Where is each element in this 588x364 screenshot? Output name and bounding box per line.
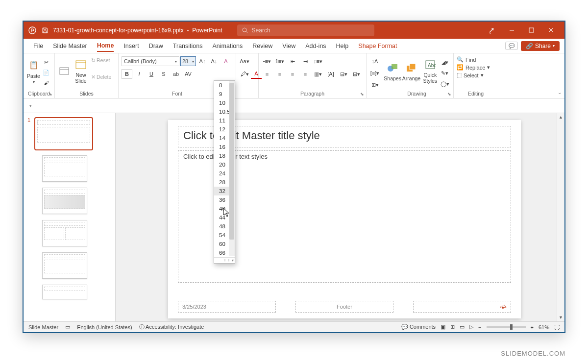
delete-button[interactable]: ✕ Delete: [91, 74, 111, 80]
copy-icon[interactable]: 📄: [41, 68, 51, 77]
vertical-scrollbar[interactable]: ▲ ▼: [557, 113, 564, 321]
dropdown-scroll-thumb[interactable]: [229, 83, 234, 240]
tab-shape-format[interactable]: Shape Format: [358, 41, 397, 51]
justify-icon[interactable]: ≡: [300, 69, 311, 79]
save-icon[interactable]: [40, 25, 50, 35]
align-left-icon[interactable]: ≡: [262, 69, 272, 79]
status-accessibility[interactable]: ⓘ Accessibility: Investigate: [139, 323, 204, 331]
tab-file[interactable]: File: [33, 41, 43, 51]
strikethrough-button[interactable]: S: [158, 69, 169, 79]
tab-help[interactable]: Help: [336, 41, 349, 51]
smartart-icon[interactable]: ⊞▾: [351, 69, 362, 79]
tab-transitions[interactable]: Transitions: [173, 41, 203, 51]
bold-button[interactable]: B: [122, 69, 132, 79]
italic-button[interactable]: I: [134, 69, 145, 79]
numbering-icon[interactable]: 1≡▾: [274, 56, 285, 66]
line-spacing-icon[interactable]: ↕≡▾: [313, 56, 323, 66]
quick-styles-button[interactable]: AbcQuick Styles: [421, 56, 440, 86]
comments-button[interactable]: 💬 Comments: [401, 324, 436, 330]
find-button[interactable]: 🔍Find: [457, 56, 476, 63]
paragraph-launcher[interactable]: ⬊: [360, 92, 364, 97]
search-box[interactable]: Search: [237, 24, 374, 36]
format-painter-icon[interactable]: 🖌: [41, 78, 51, 88]
change-case-icon[interactable]: Aa▾: [239, 56, 250, 66]
char-spacing-button[interactable]: AV: [183, 69, 194, 79]
font-size-combo[interactable]: 28▾: [180, 56, 196, 66]
master-thumbnail[interactable]: [34, 117, 93, 150]
paste-button[interactable]: 📋 Paste▾: [26, 56, 41, 86]
minimize-button[interactable]: [502, 23, 521, 38]
text-direction2-icon[interactable]: ↕A: [369, 56, 380, 66]
tab-review[interactable]: Review: [252, 41, 272, 51]
view-reading-icon[interactable]: ▭: [460, 324, 465, 330]
shape-effects-icon[interactable]: ◯▾: [440, 79, 450, 89]
layout-button[interactable]: [58, 56, 71, 86]
shape-outline-icon[interactable]: ✎▾: [440, 68, 450, 78]
scroll-down-icon[interactable]: ▼: [557, 314, 564, 321]
layout-thumbnail[interactable]: [42, 155, 87, 182]
underline-button[interactable]: U: [146, 69, 157, 79]
zoom-in-button[interactable]: +: [531, 324, 534, 330]
view-slideshow-icon[interactable]: ▷: [469, 324, 473, 330]
tab-addins[interactable]: Add-ins: [305, 41, 326, 51]
zoom-slider[interactable]: [487, 326, 526, 328]
close-button[interactable]: [541, 23, 561, 38]
bullets-icon[interactable]: •≡▾: [262, 56, 272, 66]
tab-home[interactable]: Home: [97, 40, 114, 52]
align-vert-icon[interactable]: [≡]▾: [369, 68, 380, 78]
thumbnail-panel[interactable]: 1: [24, 113, 116, 321]
zoom-out-button[interactable]: −: [478, 324, 481, 330]
arrange-button[interactable]: Arrange: [402, 56, 420, 86]
shape-fill-icon[interactable]: ◢▾: [440, 57, 450, 67]
cut-icon[interactable]: ✂: [41, 57, 51, 67]
dropdown-resize-icon[interactable]: ⋮⋮ ▾: [214, 257, 235, 263]
font-name-combo[interactable]: Calibri (Body)▾: [122, 56, 179, 66]
clear-format-icon[interactable]: A: [220, 56, 231, 66]
tab-draw[interactable]: Draw: [149, 41, 163, 51]
fit-window-icon[interactable]: ⛶: [554, 324, 560, 330]
text-direction-icon[interactable]: [A]: [325, 69, 336, 79]
shapes-button[interactable]: Shapes: [383, 56, 402, 86]
layout-thumbnail[interactable]: [42, 285, 87, 299]
qat-customize-icon[interactable]: ▾: [29, 103, 32, 108]
decrease-font-icon[interactable]: A↓: [209, 56, 220, 66]
date-placeholder[interactable]: 3/25/2023: [178, 301, 276, 313]
share-button[interactable]: 🔗 Share ▾: [521, 41, 560, 51]
align-right-icon[interactable]: ≡: [287, 69, 298, 79]
status-language[interactable]: English (United States): [77, 324, 132, 330]
maximize-button[interactable]: [521, 23, 541, 38]
zoom-level[interactable]: 61%: [539, 324, 549, 330]
highlight-icon[interactable]: 🖍▾: [239, 69, 250, 79]
align-text-icon[interactable]: ⊟▾: [338, 69, 349, 79]
new-slide-button[interactable]: New Slide: [71, 56, 91, 86]
layout-thumbnail[interactable]: [42, 188, 87, 214]
coming-soon-icon[interactable]: [482, 23, 502, 38]
increase-font-icon[interactable]: A↑: [197, 56, 208, 66]
columns-icon[interactable]: ▥▾: [313, 69, 323, 79]
reset-button[interactable]: ↻ Reset: [91, 57, 111, 63]
tab-animations[interactable]: Animations: [212, 41, 243, 51]
status-notes-icon[interactable]: ▭: [65, 324, 70, 330]
replace-button[interactable]: 🔁Replace ▾: [457, 64, 490, 71]
view-sorter-icon[interactable]: ⊞: [450, 324, 455, 330]
drawing-launcher[interactable]: ⬊: [447, 92, 451, 97]
comments-icon[interactable]: 💬: [505, 42, 518, 50]
view-normal-icon[interactable]: ▣: [441, 324, 445, 330]
tab-view[interactable]: View: [282, 41, 295, 51]
layout-thumbnail[interactable]: [42, 220, 87, 246]
clipboard-launcher[interactable]: ⬊: [49, 92, 52, 97]
convert-icon[interactable]: ⊞▾: [369, 80, 380, 90]
increase-indent-icon[interactable]: ⇥: [300, 56, 311, 66]
shadow-button[interactable]: ab: [171, 69, 181, 79]
scroll-up-icon[interactable]: ▲: [557, 113, 564, 121]
collapse-ribbon-icon[interactable]: ⌄: [558, 90, 562, 95]
tab-slide-master[interactable]: Slide Master: [53, 41, 87, 51]
tab-insert[interactable]: Insert: [123, 41, 139, 51]
select-button[interactable]: ⬚Select ▾: [457, 72, 484, 78]
font-size-dropdown[interactable]: 8 9 10 10.5 11 12 14 16 18 20 24 28 32 3…: [214, 80, 235, 264]
align-center-icon[interactable]: ≡: [274, 69, 285, 79]
layout-thumbnail[interactable]: [42, 252, 87, 279]
slidenum-placeholder[interactable]: ‹#›: [413, 301, 511, 313]
decrease-indent-icon[interactable]: ⇤: [287, 56, 298, 66]
footer-placeholder[interactable]: Footer: [295, 301, 393, 313]
